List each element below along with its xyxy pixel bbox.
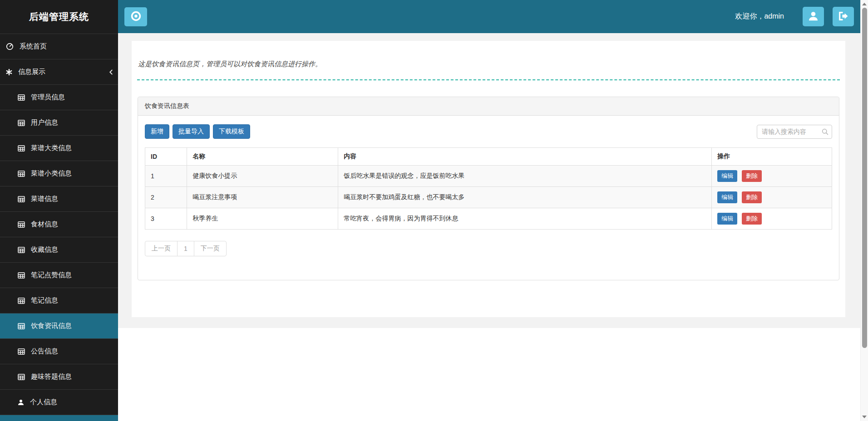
- col-header-id: ID: [145, 148, 187, 166]
- sidebar-item-label: 趣味答题信息: [31, 372, 72, 381]
- app-root: 后端管理系统 系统首页 信息展示 管理员信息 用户信息 菜谱大类: [0, 0, 868, 421]
- edit-button[interactable]: 编辑: [717, 170, 737, 182]
- sidebar-item-label: 饮食资讯信息: [31, 322, 72, 330]
- sidebar-item-label: 笔记信息: [31, 296, 58, 305]
- sidebar-item-ingredient-info[interactable]: 食材信息: [0, 211, 118, 237]
- delete-button[interactable]: 删除: [742, 213, 762, 225]
- sidebar-item-label: 菜谱信息: [31, 195, 58, 203]
- sidebar-item-label: 信息展示: [18, 68, 45, 76]
- cell-content: 常吃宵夜，会得胃病，因为胃得不到休息: [338, 208, 712, 230]
- table-icon: [18, 221, 25, 228]
- dashed-divider: [137, 79, 840, 80]
- profile-button[interactable]: [803, 7, 824, 26]
- batch-import-button[interactable]: 批量导入: [173, 124, 210, 139]
- cell-id: 3: [145, 208, 187, 230]
- cell-content: 喝豆浆时不要加鸡蛋及红糖，也不要喝太多: [338, 187, 712, 208]
- sidebar-item-note-info[interactable]: 笔记信息: [0, 288, 118, 313]
- content-card: 这是饮食资讯信息页，管理员可以对饮食资讯信息进行操作。 饮食资讯信息表 新增 批…: [132, 41, 845, 317]
- table-row: 2 喝豆浆注意事项 喝豆浆时不要加鸡蛋及红糖，也不要喝太多 编辑 删除: [145, 187, 832, 208]
- table-icon: [18, 247, 25, 253]
- sidebar-item-quiz-info[interactable]: 趣味答题信息: [0, 364, 118, 389]
- scroll-down-icon[interactable]: [862, 416, 867, 418]
- sidebar-item-label: 收藏信息: [31, 245, 58, 254]
- prev-page-button[interactable]: 上一页: [145, 241, 178, 256]
- sidebar-item-label: 管理员信息: [31, 93, 65, 102]
- content-area: 这是饮食资讯信息页，管理员可以对饮食资讯信息进行操作。 饮食资讯信息表 新增 批…: [118, 33, 860, 328]
- table-icon: [18, 348, 25, 355]
- edit-button[interactable]: 编辑: [717, 191, 737, 203]
- table-icon: [18, 171, 25, 177]
- sidebar-item-label: 用户信息: [31, 118, 58, 127]
- panel-body: 新增 批量导入 下载模板: [138, 116, 839, 280]
- cell-id: 1: [145, 166, 187, 187]
- sidebar-item-personal-info[interactable]: 个人信息: [0, 389, 118, 415]
- sidebar: 后端管理系统 系统首页 信息展示 管理员信息 用户信息 菜谱大类: [0, 0, 118, 421]
- user-icon: [18, 399, 24, 406]
- sidebar-item-diet-news-info[interactable]: 饮食资讯信息: [0, 313, 118, 338]
- sidebar-item-label: 笔记点赞信息: [31, 271, 72, 279]
- page-number-button[interactable]: 1: [177, 241, 194, 256]
- sidebar-item-favorite-info[interactable]: 收藏信息: [0, 237, 118, 262]
- logo-button[interactable]: [124, 7, 147, 26]
- table-icon: [18, 374, 25, 380]
- edit-button[interactable]: 编辑: [717, 213, 737, 225]
- sidebar-item-home[interactable]: 系统首页: [0, 34, 118, 59]
- col-header-content: 内容: [338, 148, 712, 166]
- cell-actions: 编辑 删除: [712, 166, 832, 187]
- table-icon: [18, 120, 25, 126]
- cell-name: 喝豆浆注意事项: [187, 187, 338, 208]
- page-background-filler: [118, 328, 860, 421]
- cell-actions: 编辑 删除: [712, 208, 832, 230]
- sidebar-item-note-like-info[interactable]: 笔记点赞信息: [0, 262, 118, 288]
- sidebar-item-user-info[interactable]: 用户信息: [0, 110, 118, 135]
- add-button[interactable]: 新增: [145, 124, 169, 139]
- welcome-text: 欢迎你，admin: [735, 12, 784, 21]
- sidebar-item-recipe-info[interactable]: 菜谱信息: [0, 186, 118, 211]
- delete-button[interactable]: 删除: [742, 191, 762, 203]
- table-row: 1 健康饮食小提示 饭后吃水果是错误的观念，应是饭前吃水果 编辑 删除: [145, 166, 832, 187]
- cell-name: 秋季养生: [187, 208, 338, 230]
- scroll-up-icon[interactable]: [862, 3, 867, 5]
- sidebar-item-label: 公告信息: [31, 347, 58, 356]
- delete-button[interactable]: 删除: [742, 170, 762, 182]
- diet-news-panel: 饮食资讯信息表 新增 批量导入 下载模板: [138, 97, 839, 280]
- page-description: 这是饮食资讯信息页，管理员可以对饮食资讯信息进行操作。: [138, 60, 839, 69]
- sidebar-item-admin-info[interactable]: 管理员信息: [0, 84, 118, 110]
- table-header-row: ID 名称 内容 操作: [145, 148, 832, 166]
- col-header-name: 名称: [187, 148, 338, 166]
- table-icon: [18, 298, 25, 304]
- cell-content: 饭后吃水果是错误的观念，应是饭前吃水果: [338, 166, 712, 187]
- table-icon: [18, 196, 25, 202]
- main-column: 欢迎你，admin 这是饮食资讯信息页，管理员可以对饮食资讯信息进行操作。: [118, 0, 860, 421]
- asterisk-icon: [6, 69, 12, 75]
- pagination: 上一页 1 下一页: [145, 241, 227, 256]
- sign-out-icon: [838, 11, 848, 22]
- table-row: 3 秋季养生 常吃宵夜，会得胃病，因为胃得不到休息 编辑 删除: [145, 208, 832, 230]
- app-title: 后端管理系统: [0, 0, 118, 34]
- topbar: 欢迎你，admin: [118, 0, 860, 33]
- sidebar-item-label: 个人信息: [30, 398, 57, 406]
- sidebar-item-label: 系统首页: [20, 42, 47, 51]
- vertical-scrollbar[interactable]: [860, 0, 868, 421]
- sidebar-item-info-display[interactable]: 信息展示: [0, 59, 118, 84]
- search-box: [757, 125, 832, 139]
- cell-id: 2: [145, 187, 187, 208]
- collapse-chevron-icon: [109, 69, 113, 75]
- table-icon: [18, 272, 25, 279]
- table-icon: [18, 94, 25, 101]
- table-icon: [18, 145, 25, 152]
- search-input[interactable]: [757, 125, 832, 139]
- logout-button[interactable]: [833, 7, 854, 26]
- scrollbar-thumb[interactable]: [862, 8, 867, 348]
- download-template-button[interactable]: 下载模板: [213, 124, 250, 139]
- search-icon: [822, 128, 829, 137]
- sidebar-item-partial: [0, 415, 118, 421]
- next-page-button[interactable]: 下一页: [194, 241, 227, 256]
- toolbar: 新增 批量导入 下载模板: [145, 124, 832, 139]
- sidebar-item-recipe-minor-category[interactable]: 菜谱小类信息: [0, 161, 118, 186]
- table-icon: [18, 323, 25, 329]
- dashboard-icon: [6, 43, 14, 50]
- sidebar-item-recipe-major-category[interactable]: 菜谱大类信息: [0, 135, 118, 161]
- panel-title: 饮食资讯信息表: [138, 97, 839, 116]
- sidebar-item-announcement-info[interactable]: 公告信息: [0, 338, 118, 364]
